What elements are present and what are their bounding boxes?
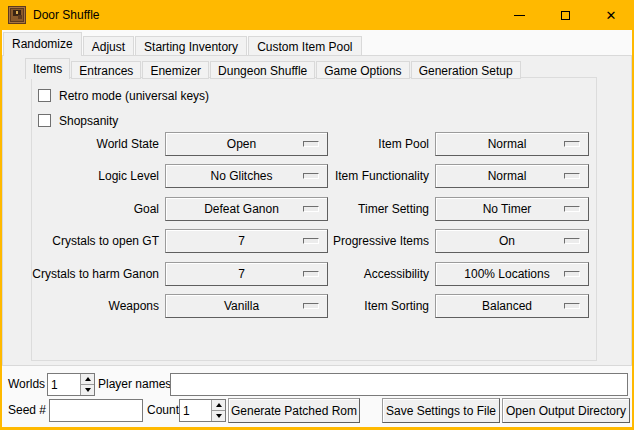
close-button[interactable]: ✕	[588, 0, 634, 30]
timer-setting-label: Timer Setting	[302, 197, 429, 221]
count-input[interactable]	[180, 400, 211, 421]
item-pool-label: Item Pool	[302, 132, 429, 156]
tab-custom-item-pool[interactable]: Custom Item Pool	[248, 36, 361, 56]
randomize-sub-tab-bar: ItemsEntrancesEnemizerDungeon ShuffleGam…	[25, 58, 522, 78]
accessibility-value: 100% Locations	[436, 267, 564, 281]
arrow-down-icon	[85, 388, 91, 392]
window-controls: ✕	[496, 0, 634, 30]
progressive-items-value: On	[436, 234, 564, 248]
minimize-icon	[514, 15, 525, 16]
shopsanity-checkbox[interactable]	[38, 114, 51, 127]
count-spin-up[interactable]	[212, 400, 225, 411]
tab-starting-inventory[interactable]: Starting Inventory	[135, 36, 247, 56]
arrow-up-icon	[85, 377, 91, 381]
tab-enemizer[interactable]: Enemizer	[142, 61, 209, 79]
dropdown-indicator-icon	[564, 271, 580, 277]
item-sorting-value: Balanced	[436, 299, 564, 313]
progressive-items-label: Progressive Items	[302, 229, 429, 253]
player-names-label: Player names	[98, 373, 171, 396]
maximize-icon	[561, 11, 570, 20]
crystals-open-gt-label: Crystals to open GT	[32, 229, 159, 253]
logic-level-label: Logic Level	[32, 164, 159, 188]
door-shuffle-window: Door Shuffle ✕ RandomizeAdjustStarting I…	[0, 0, 634, 430]
tab-items[interactable]: Items	[25, 58, 70, 79]
crystals-open-gt-value: 7	[166, 234, 303, 248]
weapons-label: Weapons	[32, 294, 159, 318]
crystals-harm-ganon-label: Crystals to harm Ganon	[26, 262, 159, 286]
accessibility-dropdown[interactable]: 100% Locations	[435, 262, 589, 286]
count-label: Count	[147, 399, 179, 422]
worlds-spin-up[interactable]	[81, 374, 94, 385]
dropdown-indicator-icon	[564, 238, 580, 244]
dropdown-indicator-icon	[564, 303, 580, 309]
main-tab-bar: RandomizeAdjustStarting InventoryCustom …	[3, 32, 363, 56]
dropdown-indicator-icon	[564, 206, 580, 212]
worlds-spinner	[47, 373, 95, 396]
dropdown-indicator-icon	[564, 141, 580, 147]
worlds-label: Worlds	[8, 373, 45, 396]
item-pool-dropdown[interactable]: Normal	[435, 132, 589, 156]
items-tab-pane: Retro mode (universal keys) Shopsanity W…	[31, 77, 597, 361]
retro-mode-label: Retro mode (universal keys)	[59, 89, 209, 103]
player-names-input[interactable]	[170, 373, 628, 396]
arrow-up-icon	[216, 403, 222, 407]
goal-label: Goal	[32, 197, 159, 221]
open-output-directory-button[interactable]: Open Output Directory	[502, 398, 630, 423]
world-state-label: World State	[32, 132, 159, 156]
app-door-icon	[8, 6, 26, 24]
accessibility-label: Accessibility	[302, 262, 429, 286]
item-functionality-value: Normal	[436, 169, 564, 183]
window-title: Door Shuffle	[33, 0, 100, 30]
item-functionality-dropdown[interactable]: Normal	[435, 164, 589, 188]
progressive-items-dropdown[interactable]: On	[435, 229, 589, 253]
timer-setting-value: No Timer	[436, 202, 564, 216]
retro-mode-checkbox[interactable]	[38, 89, 51, 102]
count-spin-down[interactable]	[212, 411, 225, 421]
shopsanity-label: Shopsanity	[59, 114, 118, 128]
worlds-spin-arrows	[80, 374, 94, 395]
retro-mode-checkbox-row: Retro mode (universal keys)	[38, 88, 209, 103]
tab-dungeon-shuffle[interactable]: Dungeon Shuffle	[210, 61, 315, 79]
timer-setting-dropdown[interactable]: No Timer	[435, 197, 589, 221]
world-state-value: Open	[166, 137, 303, 151]
tab-game-options[interactable]: Game Options	[316, 61, 409, 79]
seed-label: Seed #	[8, 399, 46, 422]
item-functionality-label: Item Functionality	[302, 164, 429, 188]
goal-value: Defeat Ganon	[166, 202, 303, 216]
generate-patched-rom-button[interactable]: Generate Patched Rom	[228, 398, 360, 423]
save-settings-button[interactable]: Save Settings to File	[382, 398, 500, 423]
worlds-input[interactable]	[48, 374, 80, 395]
shopsanity-checkbox-row: Shopsanity	[38, 113, 118, 128]
maximize-button[interactable]	[542, 0, 588, 30]
tab-adjust[interactable]: Adjust	[83, 36, 134, 56]
close-icon: ✕	[606, 9, 617, 22]
item-sorting-dropdown[interactable]: Balanced	[435, 294, 589, 318]
count-spin-arrows	[211, 400, 225, 421]
arrow-down-icon	[216, 414, 222, 418]
minimize-button[interactable]	[496, 0, 542, 30]
crystals-harm-ganon-value: 7	[166, 267, 303, 281]
seed-input[interactable]	[49, 399, 143, 422]
worlds-spin-down[interactable]	[81, 385, 94, 395]
tab-entrances[interactable]: Entrances	[71, 61, 141, 79]
window-content: RandomizeAdjustStarting InventoryCustom …	[2, 30, 632, 427]
tab-randomize[interactable]: Randomize	[3, 32, 82, 56]
dropdown-indicator-icon	[564, 173, 580, 179]
weapons-value: Vanilla	[166, 299, 303, 313]
count-spinner	[179, 399, 226, 422]
logic-level-value: No Glitches	[166, 169, 303, 183]
item-sorting-label: Item Sorting	[302, 294, 429, 318]
item-pool-value: Normal	[436, 137, 564, 151]
tab-generation-setup[interactable]: Generation Setup	[411, 61, 521, 79]
title-bar[interactable]: Door Shuffle ✕	[0, 0, 634, 30]
